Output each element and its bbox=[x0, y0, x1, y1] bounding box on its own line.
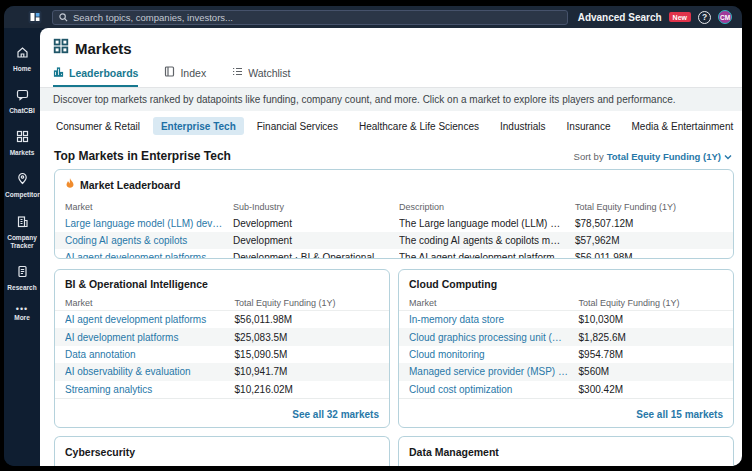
market-link[interactable]: Coding AI agents & copilots bbox=[65, 235, 233, 246]
advanced-search-link[interactable]: Advanced Search bbox=[578, 12, 662, 23]
home-icon bbox=[16, 45, 29, 63]
search-icon bbox=[59, 8, 68, 26]
funding-cell: $78,507.12M bbox=[575, 218, 723, 229]
leaderboard-chart-icon bbox=[53, 66, 64, 79]
table-row: Managed service provider (MSP) backup to… bbox=[399, 363, 733, 380]
table-row: AI observability & evaluation $10,941.7M bbox=[55, 363, 389, 380]
table-row: AI agent development platforms $56,011.9… bbox=[55, 311, 389, 328]
market-link[interactable]: In-memory data store bbox=[409, 314, 579, 325]
card-title: Data Management bbox=[399, 437, 733, 458]
category-tab[interactable]: Healthcare & Life Sciences bbox=[351, 117, 487, 135]
sidebar-item-markets[interactable]: Markets bbox=[4, 122, 40, 164]
ellipsis-icon: ••• bbox=[16, 306, 28, 312]
tab-index[interactable]: Index bbox=[164, 66, 206, 87]
market-link[interactable]: AI agent development platforms bbox=[65, 314, 235, 325]
market-link[interactable]: Large language model (LLM) developers bbox=[65, 218, 233, 229]
category-tab[interactable]: Financial Services bbox=[249, 117, 346, 135]
category-tab[interactable]: Consumer & Retail bbox=[48, 117, 148, 135]
sidebar-item-more[interactable]: ••• More bbox=[4, 299, 40, 329]
chevron-down-icon bbox=[724, 151, 732, 162]
data-management-card: Data Management bbox=[398, 436, 734, 466]
cybersecurity-card: Cybersecurity bbox=[54, 436, 390, 466]
see-all-link[interactable]: See all 32 markets bbox=[292, 409, 379, 420]
card-title: Cybersecurity bbox=[55, 437, 389, 458]
sidebar-item-home[interactable]: Home bbox=[4, 38, 40, 80]
category-tab[interactable]: Industrials bbox=[492, 117, 554, 135]
tab-leaderboards[interactable]: Leaderboards bbox=[53, 66, 138, 87]
list-icon bbox=[232, 66, 243, 79]
table-row: Large language model (LLM) developers De… bbox=[55, 215, 733, 232]
top-bar: Advanced Search New ? CM bbox=[4, 6, 742, 28]
map-pin-icon bbox=[16, 171, 29, 189]
sub-industry-cell: Development bbox=[233, 218, 399, 229]
see-all-link[interactable]: See all 15 markets bbox=[636, 409, 723, 420]
user-avatar[interactable]: CM bbox=[718, 10, 732, 24]
market-link[interactable]: AI agent development platforms bbox=[65, 252, 233, 259]
funding-cell: $1,825.6M bbox=[579, 332, 723, 343]
chat-icon bbox=[16, 87, 29, 105]
sort-value[interactable]: Total Equity Funding (1Y) bbox=[607, 151, 721, 162]
table-row: Coding AI agents & copilots Development … bbox=[55, 232, 733, 249]
table-row: In-memory data store $10,030M bbox=[399, 311, 733, 328]
market-link[interactable]: Cloud cost optimization bbox=[409, 384, 579, 395]
sort-control[interactable]: Sort by Total Equity Funding (1Y) bbox=[574, 151, 732, 162]
table-row: Data annotation $15,090.5M bbox=[55, 346, 389, 363]
description-cell: The Large language model (LLM) developer… bbox=[399, 218, 575, 229]
sidebar-item-company-tracker[interactable]: Company Tracker bbox=[4, 207, 40, 257]
funding-cell: $954.78M bbox=[579, 349, 723, 360]
funding-cell: $25,083.5M bbox=[235, 332, 379, 343]
table-row: Cloud monitoring $954.78M bbox=[399, 346, 733, 363]
sidebar-item-chatcbi[interactable]: ChatCBI bbox=[4, 80, 40, 122]
funding-cell: $15,090.5M bbox=[235, 349, 379, 360]
help-icon[interactable]: ? bbox=[698, 11, 711, 24]
funding-cell: $560M bbox=[579, 366, 723, 377]
sort-by-label: Sort by bbox=[574, 151, 604, 162]
leaderboard-title: Market Leaderboard bbox=[80, 179, 180, 191]
table-row: Streaming analytics $10,216.02M bbox=[55, 381, 389, 398]
category-tab[interactable]: Media & Entertainment bbox=[624, 117, 742, 135]
description-cell: The coding AI agents & copilots market c… bbox=[399, 235, 575, 246]
table-row: Cloud cost optimization $300.42M bbox=[399, 381, 733, 398]
funding-cell: $56,011.98M bbox=[235, 314, 379, 325]
markets-grid-icon bbox=[16, 129, 29, 147]
card-title: Cloud Computing bbox=[399, 270, 733, 295]
market-link[interactable]: Cloud monitoring bbox=[409, 349, 579, 360]
sidebar-item-research[interactable]: Research bbox=[4, 257, 40, 299]
sub-industry-cell: Development · BI & Operational Intellige… bbox=[233, 252, 399, 259]
funding-cell: $56,011.98M bbox=[575, 252, 723, 259]
market-link[interactable]: Cloud graphics processing unit (GPU) bbox=[409, 332, 579, 343]
sidebar-item-competitors[interactable]: Competitors bbox=[4, 164, 40, 206]
funding-cell: $10,216.02M bbox=[235, 384, 379, 395]
market-link[interactable]: AI development platforms bbox=[65, 332, 235, 343]
cloud-computing-card: Cloud Computing Market Total Equity Fund… bbox=[398, 269, 734, 428]
market-link[interactable]: Streaming analytics bbox=[65, 384, 235, 395]
funding-cell: $57,962M bbox=[575, 235, 723, 246]
sidebar: Home ChatCBI Markets Competitors Company… bbox=[4, 28, 40, 466]
bi-operational-intelligence-card: BI & Operational Intelligence Market Tot… bbox=[54, 269, 390, 428]
app-window: Advanced Search New ? CM Home ChatCBI Ma… bbox=[4, 6, 742, 466]
card-title: BI & Operational Intelligence bbox=[55, 270, 389, 295]
funding-cell: $10,941.7M bbox=[235, 366, 379, 377]
market-leaderboard-card: Market Leaderboard Market Sub-Industry D… bbox=[54, 169, 734, 259]
market-link[interactable]: Data annotation bbox=[65, 349, 235, 360]
card-header-row: Market Total Equity Funding (1Y) bbox=[399, 295, 733, 311]
market-link[interactable]: Managed service provider (MSP) backup to… bbox=[409, 366, 579, 377]
table-row: AI development platforms $25,083.5M bbox=[55, 328, 389, 345]
app-logo-icon[interactable] bbox=[28, 10, 42, 24]
description-cell: The AI agent development platforms marke… bbox=[399, 252, 575, 259]
search-input[interactable] bbox=[73, 12, 561, 23]
flame-icon bbox=[65, 176, 75, 194]
page-title: Markets bbox=[75, 40, 132, 57]
topbar-right: Advanced Search New ? CM bbox=[578, 10, 732, 24]
table-row: Cloud graphics processing unit (GPU) $1,… bbox=[399, 328, 733, 345]
sub-industry-cell: Development bbox=[233, 235, 399, 246]
category-tab[interactable]: Insurance bbox=[559, 117, 619, 135]
tab-watchlist[interactable]: Watchlist bbox=[232, 66, 290, 87]
main-content: Markets Leaderboards Index Watchlist Dis… bbox=[40, 28, 742, 466]
markets-page-icon bbox=[53, 38, 69, 58]
leaderboard-header-row: Market Sub-Industry Description Total Eq… bbox=[55, 198, 733, 215]
market-link[interactable]: AI observability & evaluation bbox=[65, 366, 235, 377]
category-tab[interactable]: Enterprise Tech bbox=[153, 117, 244, 135]
section-title: Top Markets in Enterprise Tech bbox=[54, 149, 231, 163]
search-bar[interactable] bbox=[52, 10, 568, 25]
